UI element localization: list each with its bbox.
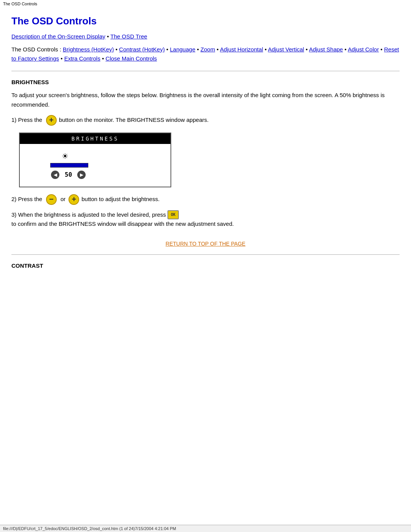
intro-paragraph: The OSD Controls : Brightness (HotKey) •… bbox=[11, 45, 400, 63]
minus-button-icon: − bbox=[46, 194, 57, 205]
link-extra-controls[interactable]: Extra Controls bbox=[64, 55, 100, 62]
contrast-heading: CONTRAST bbox=[11, 262, 400, 269]
osd-titlebar: BRIGHTNESS bbox=[20, 133, 170, 144]
title-bar-text: The OSD Controls bbox=[3, 2, 37, 6]
intro-prefix: The OSD Controls : bbox=[11, 46, 63, 53]
divider-top bbox=[11, 71, 400, 71]
step2-prefix: 2) Press the bbox=[11, 195, 42, 204]
osd-brightness-window: BRIGHTNESS ☀ ◀ 50 ▶ bbox=[19, 133, 171, 187]
plus-button-icon: + bbox=[46, 115, 57, 126]
step1-prefix: 1) Press the bbox=[11, 115, 42, 125]
link-language[interactable]: Language bbox=[170, 46, 196, 53]
brightness-bar-container bbox=[50, 163, 88, 168]
ok-button-icon: OK bbox=[167, 210, 179, 219]
link-adjust-shape[interactable]: Adjust Shape bbox=[309, 46, 343, 53]
brightness-body: To adjust your screen's brightness, foll… bbox=[11, 91, 400, 110]
divider-bottom bbox=[11, 254, 400, 255]
step3-line: 3) When the brightness is adjusted to th… bbox=[11, 210, 400, 229]
osd-right-arrow: ▶ bbox=[77, 171, 86, 179]
plus-button-icon-2: + bbox=[68, 194, 79, 205]
page-title: The OSD Controls bbox=[11, 15, 400, 27]
return-to-top: RETURN TO TOP OF THE PAGE bbox=[11, 240, 400, 247]
link-brightness-hotkey[interactable]: Brightness (HotKey) bbox=[63, 46, 114, 53]
return-to-top-link[interactable]: RETURN TO TOP OF THE PAGE bbox=[166, 241, 245, 247]
osd-left-arrow: ◀ bbox=[51, 171, 59, 179]
link-contrast-hotkey[interactable]: Contrast (HotKey) bbox=[119, 46, 165, 53]
link-adjust-vertical[interactable]: Adjust Vertical bbox=[268, 46, 304, 53]
step1-suffix: button on the monitor. The BRIGHTNESS wi… bbox=[59, 115, 209, 125]
step3-prefix: 3) When the brightness is adjusted to th… bbox=[11, 210, 166, 220]
step2-suffix: button to adjust the brightness. bbox=[81, 195, 159, 204]
osd-value: 50 bbox=[65, 171, 72, 178]
link-close-main-controls[interactable]: Close Main Controls bbox=[105, 55, 157, 62]
osd-body: ☀ ◀ 50 ▶ bbox=[20, 144, 170, 187]
link-adjust-horizontal[interactable]: Adjust Horizontal bbox=[220, 46, 263, 53]
step3-suffix: to confirm and the BRIGHTNESS window wil… bbox=[11, 219, 234, 229]
brightness-bar bbox=[50, 163, 88, 168]
step2-line: 2) Press the − or + button to adjust the… bbox=[11, 194, 400, 205]
link-osd-tree[interactable]: The OSD Tree bbox=[110, 33, 147, 40]
top-nav-links: Description of the On-Screen Display • T… bbox=[11, 33, 400, 40]
brightness-controls: ◀ 50 ▶ bbox=[51, 171, 86, 179]
link-adjust-color[interactable]: Adjust Color bbox=[348, 46, 379, 53]
step1-line: 1) Press the + button on the monitor. Th… bbox=[11, 115, 400, 126]
link-description-osd[interactable]: Description of the On-Screen Display bbox=[11, 33, 105, 40]
link-zoom[interactable]: Zoom bbox=[201, 46, 215, 53]
title-bar: The OSD Controls bbox=[0, 0, 411, 8]
step2-middle: or bbox=[61, 195, 65, 204]
main-content: The OSD Controls Description of the On-S… bbox=[0, 8, 411, 282]
brightness-heading: BRIGHTNESS bbox=[11, 79, 400, 85]
sun-icon: ☀ bbox=[62, 152, 68, 161]
